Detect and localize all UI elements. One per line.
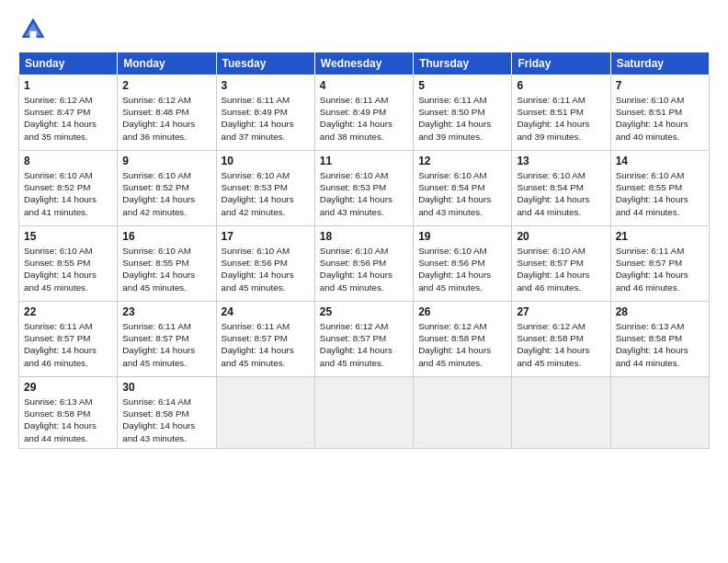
day-info: Sunrise: 6:11 AMSunset: 8:49 PMDaylight:… (320, 94, 408, 143)
calendar-cell: 14Sunrise: 6:10 AMSunset: 8:55 PMDayligh… (610, 151, 709, 226)
calendar-cell: 8Sunrise: 6:10 AMSunset: 8:52 PMDaylight… (19, 151, 118, 226)
calendar-cell: 10Sunrise: 6:10 AMSunset: 8:53 PMDayligh… (216, 151, 314, 226)
day-info: Sunrise: 6:10 AMSunset: 8:56 PMDaylight:… (418, 245, 506, 293)
day-number: 28 (616, 305, 704, 318)
day-number: 19 (418, 230, 506, 243)
day-number: 16 (122, 230, 210, 243)
page: SundayMondayTuesdayWednesdayThursdayFrid… (0, 0, 728, 563)
day-info: Sunrise: 6:13 AMSunset: 8:58 PMDaylight:… (24, 396, 112, 444)
calendar-cell: 30Sunrise: 6:14 AMSunset: 8:58 PMDayligh… (118, 377, 216, 449)
day-number: 14 (616, 155, 704, 167)
calendar-cell: 19Sunrise: 6:10 AMSunset: 8:56 PMDayligh… (414, 226, 512, 302)
day-number: 12 (418, 155, 506, 167)
day-number: 3 (222, 79, 310, 92)
calendar-cell: 25Sunrise: 6:12 AMSunset: 8:57 PMDayligh… (314, 302, 413, 377)
calendar-week-row: 22Sunrise: 6:11 AMSunset: 8:57 PMDayligh… (19, 302, 710, 377)
calendar-cell: 24Sunrise: 6:11 AMSunset: 8:57 PMDayligh… (216, 302, 314, 377)
weekday-header: Wednesday (314, 52, 413, 75)
weekday-header: Tuesday (216, 52, 314, 75)
day-info: Sunrise: 6:11 AMSunset: 8:57 PMDaylight:… (616, 245, 704, 293)
day-info: Sunrise: 6:14 AMSunset: 8:58 PMDaylight:… (122, 396, 210, 444)
calendar-cell: 28Sunrise: 6:13 AMSunset: 8:58 PMDayligh… (610, 302, 709, 377)
day-info: Sunrise: 6:10 AMSunset: 8:55 PMDaylight:… (24, 245, 112, 293)
calendar-cell: 2Sunrise: 6:12 AMSunset: 8:48 PMDaylight… (118, 75, 216, 151)
weekday-header: Sunday (19, 52, 118, 75)
calendar-cell: 6Sunrise: 6:11 AMSunset: 8:51 PMDaylight… (512, 75, 610, 151)
calendar-cell (216, 377, 314, 449)
day-number: 1 (24, 79, 112, 92)
day-info: Sunrise: 6:11 AMSunset: 8:57 PMDaylight:… (222, 320, 310, 369)
day-info: Sunrise: 6:11 AMSunset: 8:49 PMDaylight:… (222, 94, 310, 143)
calendar-cell: 23Sunrise: 6:11 AMSunset: 8:57 PMDayligh… (118, 302, 216, 377)
calendar-cell (314, 377, 413, 449)
calendar-cell: 7Sunrise: 6:10 AMSunset: 8:51 PMDaylight… (610, 75, 709, 151)
calendar-cell: 21Sunrise: 6:11 AMSunset: 8:57 PMDayligh… (610, 226, 709, 302)
calendar-cell: 26Sunrise: 6:12 AMSunset: 8:58 PMDayligh… (414, 302, 512, 377)
day-info: Sunrise: 6:10 AMSunset: 8:54 PMDaylight:… (418, 169, 506, 218)
weekday-header: Monday (118, 52, 216, 75)
calendar-cell: 1Sunrise: 6:12 AMSunset: 8:47 PMDaylight… (19, 75, 118, 151)
day-info: Sunrise: 6:10 AMSunset: 8:51 PMDaylight:… (616, 94, 704, 143)
day-number: 2 (122, 79, 210, 92)
calendar-cell: 5Sunrise: 6:11 AMSunset: 8:50 PMDaylight… (414, 75, 512, 151)
logo (18, 15, 51, 44)
calendar-week-row: 29Sunrise: 6:13 AMSunset: 8:58 PMDayligh… (19, 377, 710, 449)
weekday-header: Saturday (610, 52, 709, 75)
calendar-cell: 11Sunrise: 6:10 AMSunset: 8:53 PMDayligh… (314, 151, 413, 226)
day-number: 7 (616, 79, 704, 92)
day-number: 5 (418, 79, 506, 92)
header (18, 15, 710, 44)
weekday-header-row: SundayMondayTuesdayWednesdayThursdayFrid… (19, 52, 710, 75)
day-info: Sunrise: 6:10 AMSunset: 8:54 PMDaylight:… (517, 169, 605, 218)
day-number: 30 (122, 381, 210, 394)
day-number: 17 (222, 230, 310, 243)
day-number: 25 (320, 305, 408, 318)
calendar-table: SundayMondayTuesdayWednesdayThursdayFrid… (18, 52, 710, 449)
day-number: 24 (222, 305, 310, 318)
day-info: Sunrise: 6:11 AMSunset: 8:57 PMDaylight:… (122, 320, 210, 369)
day-info: Sunrise: 6:12 AMSunset: 8:48 PMDaylight:… (122, 94, 210, 143)
calendar-week-row: 8Sunrise: 6:10 AMSunset: 8:52 PMDaylight… (19, 151, 710, 226)
day-number: 10 (222, 155, 310, 167)
day-info: Sunrise: 6:11 AMSunset: 8:51 PMDaylight:… (517, 94, 605, 143)
calendar-week-row: 1Sunrise: 6:12 AMSunset: 8:47 PMDaylight… (19, 75, 710, 151)
calendar-cell: 12Sunrise: 6:10 AMSunset: 8:54 PMDayligh… (414, 151, 512, 226)
calendar-cell: 18Sunrise: 6:10 AMSunset: 8:56 PMDayligh… (314, 226, 413, 302)
calendar-cell: 16Sunrise: 6:10 AMSunset: 8:55 PMDayligh… (118, 226, 216, 302)
calendar-cell: 9Sunrise: 6:10 AMSunset: 8:52 PMDaylight… (118, 151, 216, 226)
day-number: 27 (517, 305, 605, 318)
day-info: Sunrise: 6:10 AMSunset: 8:55 PMDaylight:… (616, 169, 704, 218)
day-info: Sunrise: 6:10 AMSunset: 8:57 PMDaylight:… (517, 245, 605, 293)
day-info: Sunrise: 6:10 AMSunset: 8:55 PMDaylight:… (122, 245, 210, 293)
day-info: Sunrise: 6:12 AMSunset: 8:47 PMDaylight:… (24, 94, 112, 143)
day-info: Sunrise: 6:12 AMSunset: 8:57 PMDaylight:… (320, 320, 408, 369)
calendar-cell: 29Sunrise: 6:13 AMSunset: 8:58 PMDayligh… (19, 377, 118, 449)
day-number: 29 (24, 381, 112, 394)
day-number: 15 (24, 230, 112, 243)
day-info: Sunrise: 6:10 AMSunset: 8:52 PMDaylight:… (122, 169, 210, 218)
day-info: Sunrise: 6:12 AMSunset: 8:58 PMDaylight:… (517, 320, 605, 369)
day-number: 6 (517, 79, 605, 92)
day-number: 9 (122, 155, 210, 167)
day-number: 20 (517, 230, 605, 243)
day-info: Sunrise: 6:10 AMSunset: 8:53 PMDaylight:… (320, 169, 408, 218)
calendar-cell: 4Sunrise: 6:11 AMSunset: 8:49 PMDaylight… (314, 75, 413, 151)
day-info: Sunrise: 6:13 AMSunset: 8:58 PMDaylight:… (616, 320, 704, 369)
day-number: 4 (320, 79, 408, 92)
calendar-cell: 3Sunrise: 6:11 AMSunset: 8:49 PMDaylight… (216, 75, 314, 151)
day-info: Sunrise: 6:10 AMSunset: 8:53 PMDaylight:… (222, 169, 310, 218)
day-number: 13 (517, 155, 605, 167)
day-info: Sunrise: 6:11 AMSunset: 8:57 PMDaylight:… (24, 320, 112, 369)
day-number: 8 (24, 155, 112, 167)
day-number: 11 (320, 155, 408, 167)
calendar-cell: 20Sunrise: 6:10 AMSunset: 8:57 PMDayligh… (512, 226, 610, 302)
day-info: Sunrise: 6:10 AMSunset: 8:56 PMDaylight:… (320, 245, 408, 293)
day-info: Sunrise: 6:12 AMSunset: 8:58 PMDaylight:… (418, 320, 506, 369)
calendar-cell: 17Sunrise: 6:10 AMSunset: 8:56 PMDayligh… (216, 226, 314, 302)
day-number: 23 (122, 305, 210, 318)
calendar-cell: 27Sunrise: 6:12 AMSunset: 8:58 PMDayligh… (512, 302, 610, 377)
day-info: Sunrise: 6:10 AMSunset: 8:56 PMDaylight:… (222, 245, 310, 293)
calendar-cell (414, 377, 512, 449)
day-info: Sunrise: 6:10 AMSunset: 8:52 PMDaylight:… (24, 169, 112, 218)
calendar-cell: 13Sunrise: 6:10 AMSunset: 8:54 PMDayligh… (512, 151, 610, 226)
